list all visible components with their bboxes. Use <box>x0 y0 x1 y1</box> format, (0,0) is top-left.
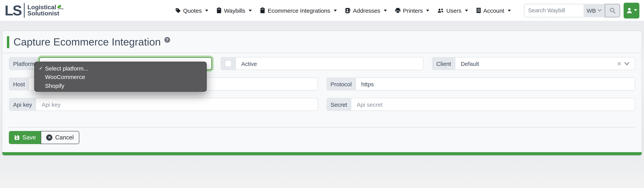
caret-down-icon <box>634 9 637 13</box>
nav-label: Quotes <box>183 7 202 14</box>
card-header: Capture Ecommerce Integration ? <box>2 31 642 53</box>
nav-label: Users <box>446 7 461 14</box>
waybill-search-group: WB <box>524 4 620 17</box>
cancel-circle-x-icon: ✕ <box>46 134 52 141</box>
brand-line2: Solutionist <box>28 11 59 17</box>
caret-down-icon <box>205 10 208 13</box>
form-actions: Save ✕ Cancel <box>2 127 642 147</box>
navbar: LS Logistical Solutionist Quotes <box>0 0 644 21</box>
secret-label: Secret <box>326 98 352 111</box>
user-menu-button[interactable] <box>624 3 640 18</box>
nav-label: Printers <box>403 7 423 14</box>
active-label: Active <box>241 60 257 67</box>
client-field-group: Client Default ✕ <box>432 57 635 70</box>
check-icon: ✓ <box>39 66 43 71</box>
address-book-icon <box>345 8 351 13</box>
clipboard-icon <box>260 7 266 14</box>
nav-item-waybills[interactable]: Waybills <box>216 7 252 14</box>
save-button[interactable]: Save <box>9 131 42 144</box>
printer-icon <box>395 8 401 13</box>
user-icon <box>626 7 633 14</box>
capture-integration-card: Capture Ecommerce Integration ? ✓ Select… <box>2 31 642 156</box>
help-icon[interactable]: ? <box>164 37 170 43</box>
form-row-3: Api key Secret <box>9 98 635 111</box>
search-scope-value: WB <box>587 7 596 14</box>
caret-down-icon <box>334 10 337 13</box>
dropdown-option-woocommerce[interactable]: WooCommerce <box>35 73 206 81</box>
nav-item-account[interactable]: Account <box>476 7 510 14</box>
dropdown-option-label: Select platform... <box>45 65 88 72</box>
api-key-field-group: Api key <box>9 98 318 111</box>
dropdown-option-shopify[interactable]: Shopify <box>35 81 206 90</box>
host-label: Host <box>9 77 29 91</box>
nav-item-quotes[interactable]: Quotes <box>175 7 208 14</box>
footer-accent-bar <box>2 152 642 155</box>
brand-line1: Logistical <box>28 4 56 11</box>
search-button[interactable] <box>605 4 620 17</box>
search-icon <box>609 7 616 14</box>
page-title: Capture Ecommerce Integration <box>14 36 161 48</box>
chevron-down-icon[interactable] <box>624 62 629 65</box>
api-key-label: Api key <box>9 98 36 111</box>
clipboard-icon <box>216 7 222 14</box>
users-icon <box>438 8 444 13</box>
secret-input[interactable] <box>352 98 635 111</box>
caret-down-icon <box>508 10 511 13</box>
chevron-down-icon <box>598 9 602 12</box>
nav-item-users[interactable]: Users <box>438 7 468 14</box>
receipt-icon <box>476 7 481 14</box>
platform-dropdown-menu: ✓ Select platform... WooCommerce Shopify <box>34 62 207 92</box>
integration-form: ✓ Select platform... WooCommerce Shopify… <box>2 53 642 127</box>
protocol-label: Protocol <box>326 77 356 91</box>
cancel-label: Cancel <box>55 134 74 141</box>
cancel-button[interactable]: ✕ Cancel <box>41 131 79 144</box>
nav-label: Account <box>483 7 504 14</box>
active-checkbox[interactable] <box>226 61 231 66</box>
brand-logo[interactable]: LS Logistical Solutionist <box>4 3 64 18</box>
nav-item-addresses[interactable]: Addresses <box>345 7 387 14</box>
search-input[interactable] <box>524 4 584 17</box>
nav-label: Ecommerce Integrations <box>268 7 330 14</box>
secret-field-group: Secret <box>326 98 635 111</box>
api-key-input[interactable] <box>36 98 318 111</box>
protocol-input[interactable] <box>356 77 635 91</box>
clear-icon[interactable]: ✕ <box>617 61 622 66</box>
client-value: Default <box>460 60 479 67</box>
caret-down-icon <box>249 10 252 13</box>
nav-item-printers[interactable]: Printers <box>395 7 430 14</box>
active-field-group: Active <box>220 57 424 70</box>
active-checkbox-cell <box>220 57 236 70</box>
dropdown-option-label: Shopify <box>45 82 64 89</box>
nav-label: Addresses <box>353 7 380 14</box>
active-field: Active <box>236 57 424 70</box>
nav-label: Waybills <box>224 7 246 14</box>
form-divider <box>9 127 635 127</box>
title-accent-bar <box>7 36 9 48</box>
caret-down-icon <box>465 10 468 13</box>
brand-abbr: LS <box>4 3 21 18</box>
save-icon <box>14 135 20 140</box>
caret-down-icon <box>384 10 387 13</box>
dropdown-option-label: WooCommerce <box>45 74 85 80</box>
leaf-icon <box>57 5 64 10</box>
main-nav: Quotes Waybills Ecommerce Integrations A… <box>175 7 510 14</box>
caret-down-icon <box>426 10 430 13</box>
brand-words: Logistical Solutionist <box>28 4 64 17</box>
search-scope-select[interactable]: WB <box>584 4 605 17</box>
protocol-field-group: Protocol <box>326 77 635 91</box>
nav-item-ecommerce-integrations[interactable]: Ecommerce Integrations <box>260 7 337 14</box>
save-label: Save <box>22 134 36 141</box>
client-label: Client <box>432 57 456 70</box>
dropdown-option-select-platform[interactable]: ✓ Select platform... <box>35 64 206 73</box>
brand-divider <box>24 3 25 18</box>
client-combobox[interactable]: Default ✕ <box>455 57 635 70</box>
tag-icon <box>175 8 181 13</box>
